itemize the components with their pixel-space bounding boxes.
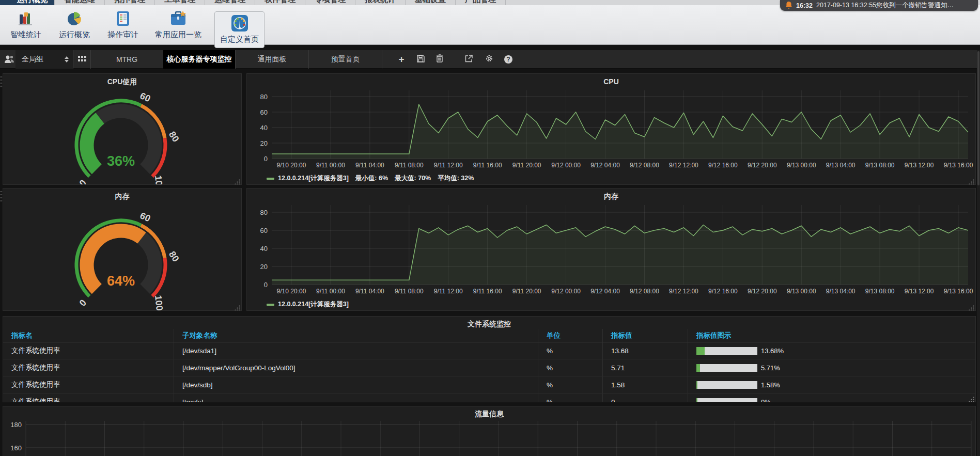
tab-preset-home[interactable]: 预置首页	[309, 50, 382, 69]
svg-text:60: 60	[138, 90, 152, 104]
bar-stats-icon	[17, 9, 35, 28]
panel-filesystem-table: 文件系统监控 指标名 子对象名称 单位 指标值 指标值图示 文件系统使用率 [/…	[3, 316, 976, 402]
group-select[interactable]: 全局组	[15, 50, 73, 69]
toolbar-item-label: 智维统计	[10, 30, 41, 40]
svg-text:9/13 00:00: 9/13 00:00	[787, 162, 816, 169]
resize-handle-icon[interactable]	[969, 178, 974, 183]
menu-item-8[interactable]: 基础设置	[406, 0, 456, 5]
svg-text:9/11 12:00: 9/11 12:00	[434, 288, 463, 295]
panel-title[interactable]: 流量信息	[3, 406, 975, 419]
cell-object: [tmpfs]	[174, 394, 538, 402]
svg-text:9/12 12:00: 9/12 12:00	[669, 288, 698, 295]
column-header-value[interactable]: 指标值	[602, 329, 688, 342]
svg-text:9/13 12:00: 9/13 12:00	[905, 162, 934, 169]
column-header-unit[interactable]: 单位	[538, 329, 602, 342]
panel-title[interactable]: 内存	[247, 188, 975, 202]
mem-gauge-chart: 0608010064%	[3, 202, 238, 311]
panel-title[interactable]: CPU	[247, 74, 975, 87]
panel-mem-chart: 内存 0204060809/10 20:009/11 00:009/11 04:…	[246, 188, 976, 311]
svg-text:9/13 12:00: 9/13 12:00	[905, 288, 934, 295]
svg-text:9/11 16:00: 9/11 16:00	[473, 288, 502, 295]
svg-text:9/13 00:00: 9/13 00:00	[787, 288, 816, 295]
cpu-legend[interactable]: 12.0.0.214[计算服务器3] 最小值: 6% 最大值: 70% 平均值:…	[267, 174, 975, 183]
cell-metric: 文件系统使用率	[3, 342, 174, 359]
svg-text:0: 0	[77, 178, 89, 185]
panel-traffic-chart: 流量信息 180160140	[3, 406, 976, 456]
traffic-line-chart: 180160140	[5, 419, 973, 456]
menu-item-1[interactable]: 智能运维	[55, 0, 105, 5]
panel-title[interactable]: CPU使用	[3, 74, 241, 87]
menu-item-operation-overview[interactable]: 运行概览	[10, 0, 55, 5]
panel-title[interactable]: 内存	[3, 188, 241, 202]
toolbar-item-zhiwei-stats[interactable]: 智维统计	[7, 9, 44, 40]
panel-title[interactable]: 文件系统监控	[3, 317, 975, 329]
svg-text:9/12 00:00: 9/12 00:00	[551, 162, 581, 169]
cell-unit: %	[538, 376, 602, 394]
svg-text:9/12 16:00: 9/12 16:00	[708, 162, 738, 169]
progress-bar	[696, 398, 757, 403]
open-external-button[interactable]	[462, 53, 475, 66]
progress-bar	[696, 364, 757, 372]
cell-value-bar: 0%	[688, 394, 975, 402]
toolbar-item-run-overview[interactable]: 运行概览	[55, 9, 94, 40]
svg-text:9/12 08:00: 9/12 08:00	[630, 288, 659, 295]
briefcase-star-icon	[169, 9, 188, 28]
svg-text:9/13 04:00: 9/13 04:00	[826, 162, 855, 169]
svg-text:9/12 04:00: 9/12 04:00	[590, 162, 620, 169]
svg-text:0: 0	[77, 297, 89, 308]
scrollbar-thumb[interactable]	[977, 51, 979, 185]
tab-core-server-monitor[interactable]: 核心服务器专项监控	[163, 50, 236, 69]
settings-button[interactable]	[483, 53, 496, 66]
svg-text:9/12 20:00: 9/12 20:00	[748, 288, 777, 295]
menu-item-3[interactable]: 工单管理	[155, 0, 205, 5]
toolbar-item-label: 操作审计	[107, 30, 138, 40]
column-header-metric[interactable]: 指标名	[3, 329, 174, 342]
cpu-line-chart: 0204060809/10 20:009/11 00:009/11 04:009…	[249, 87, 973, 171]
menu-item-9[interactable]: 产品管理	[456, 0, 506, 5]
select-arrows-icon	[65, 56, 69, 62]
cell-metric: 文件系统使用率	[3, 359, 174, 376]
tab-general-panel[interactable]: 通用面板	[236, 50, 309, 69]
cell-value-bar: 13.68%	[688, 342, 975, 359]
svg-text:9/12 12:00: 9/12 12:00	[669, 162, 698, 169]
svg-text:9/11 08:00: 9/11 08:00	[395, 162, 424, 169]
resize-handle-icon[interactable]	[969, 395, 974, 401]
column-header-object[interactable]: 子对象名称	[174, 329, 538, 342]
menu-item-5[interactable]: 软件管理	[255, 0, 305, 5]
audit-doc-icon	[114, 9, 132, 28]
svg-text:20: 20	[260, 263, 268, 271]
menu-item-2[interactable]: 拓扑管理	[105, 0, 155, 5]
menu-item-6[interactable]: 专项管理	[305, 0, 355, 5]
toast-time: 16:32	[796, 2, 813, 9]
toolbar-item-audit[interactable]: 操作审计	[103, 9, 143, 40]
resize-handle-icon[interactable]	[235, 178, 240, 183]
toolbar-item-common-apps[interactable]: 常用应用一览	[149, 9, 208, 40]
toolbar-item-custom-home[interactable]: 自定义首页	[214, 11, 265, 48]
help-button[interactable]: ?	[502, 53, 515, 66]
svg-text:9/11 00:00: 9/11 00:00	[316, 162, 345, 169]
resize-handle-icon[interactable]	[969, 304, 974, 309]
svg-text:60: 60	[260, 108, 268, 116]
menu-item-4[interactable]: 运维管理	[205, 0, 255, 5]
svg-text:64%: 64%	[107, 273, 135, 289]
tab-mtrg[interactable]: MTRG	[91, 50, 163, 69]
notification-toast[interactable]: 16:32 2017-09-13 16:32:55您收到一个撤销告警通知…	[780, 0, 978, 11]
dashboard-grid-button[interactable]	[73, 50, 91, 69]
menu-item-7[interactable]: 报表统计	[355, 0, 406, 5]
toolbar-item-label: 常用应用一览	[155, 30, 201, 40]
help-icon: ?	[504, 55, 512, 64]
add-panel-button[interactable]: +	[395, 53, 408, 66]
user-group-icon	[4, 54, 15, 65]
svg-text:80: 80	[260, 209, 268, 216]
svg-text:9/10 20:00: 9/10 20:00	[277, 162, 306, 169]
svg-text:9/11 20:00: 9/11 20:00	[512, 288, 541, 295]
cell-object: [/dev/mapper/VolGroup00-LogVol00]	[174, 359, 538, 376]
bell-icon	[785, 2, 792, 10]
mem-legend[interactable]: 12.0.0.214[计算服务器3]	[267, 300, 975, 309]
resize-handle-icon[interactable]	[235, 304, 240, 309]
svg-text:9/11 00:00: 9/11 00:00	[316, 288, 345, 295]
legend-stat-max: 最大值: 70%	[395, 174, 431, 183]
save-button[interactable]	[414, 53, 427, 66]
delete-button[interactable]	[433, 53, 446, 66]
column-header-value-bar[interactable]: 指标值图示	[688, 329, 975, 342]
